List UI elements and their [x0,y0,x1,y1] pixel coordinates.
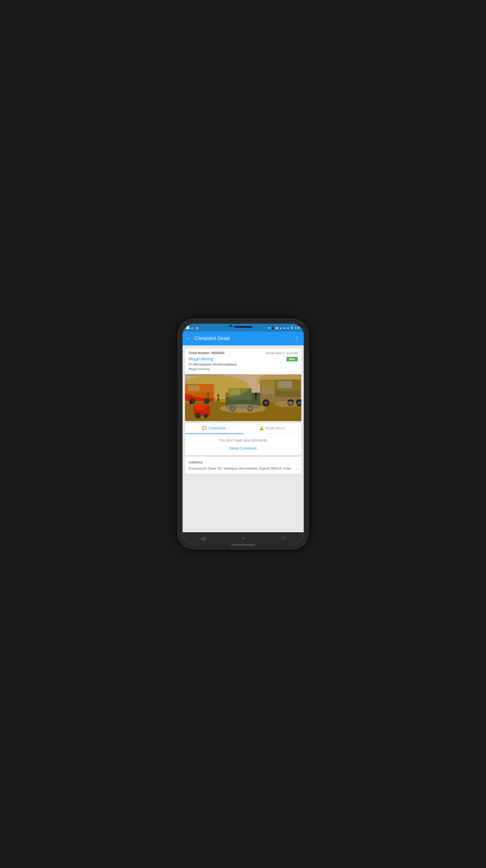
camera-dot [230,325,232,327]
address-card: Address Suryavanshi Tower Rd, Vastrapur,… [185,457,301,474]
phone-screen: 🅷 0 KB/s 🤖 ⊖ 📳 ⏰ ▲ ▲ ▲ 🔋 1:18 ← Compl [183,324,304,544]
status-bar: 🅷 0 KB/s 🤖 ⊖ 📳 ⏰ ▲ ▲ ▲ 🔋 1:18 [183,324,304,332]
app-icon-1: 🅷 [186,326,189,330]
svg-point-45 [274,401,298,407]
time-display: 1:18 [294,327,300,330]
complaint-image [185,374,301,421]
comments-icon: 💬 [202,426,207,430]
battery-icon: 🔋 [290,327,293,330]
data-indicator: 0 KB/s [190,326,194,330]
app-bar: ← Complaint Detail ⋮ [183,332,304,345]
back-button[interactable]: ← [186,336,192,342]
title-row: Illegal Mining New [189,356,298,361]
tab-notifications[interactable]: 🔔 Notifications [243,423,301,434]
vibrate-icon: 📳 [271,327,274,330]
content-area: Ticket Number: 20160325 09-Mar-2016 ⏱ 01… [183,345,304,532]
phone-device: 🅷 0 KB/s 🤖 ⊖ 📳 ⏰ ▲ ▲ ▲ 🔋 1:18 ← Compl [179,319,308,549]
complaint-card: Ticket Number: 20160325 09-Mar-2016 ⏱ 01… [185,348,301,421]
wifi-icon: ▲ [280,327,282,330]
svg-point-44 [220,404,266,413]
svg-point-40 [255,393,257,396]
svg-point-33 [203,413,208,418]
status-right: ⊖ 📳 ⏰ ▲ ▲ ▲ 🔋 1:18 [268,327,300,330]
tab-comments-label: Comments [208,426,226,430]
no-comments-text: You don't have any comments [189,438,298,442]
signal-icon-1: ▲ [283,327,286,330]
tabs-container: 💬 Comments 🔔 Notifications You don't hav… [185,423,301,455]
speaker [234,326,252,328]
svg-point-22 [297,401,301,405]
chevron-right-icon: › [296,466,298,471]
svg-point-32 [195,413,201,418]
tabs-row: 💬 Comments 🔔 Notifications [185,423,301,434]
address-row[interactable]: Suryavanshi Tower Rd, Vastrapur, Ahmedab… [189,466,298,471]
page-title: Complaint Detail [195,336,294,341]
ticket-row: Ticket Number: 20160325 09-Mar-2016 ⏱ 01… [189,351,298,355]
back-nav-button[interactable]: ◁ [201,535,204,541]
svg-point-42 [190,401,192,404]
svg-rect-31 [195,404,205,410]
block-icon: ⊖ [268,327,270,330]
description-text: Illegal minning [189,367,298,371]
tab-comments[interactable]: 💬 Comments [185,423,243,434]
card-header: Ticket Number: 20160325 09-Mar-2016 ⏱ 01… [185,348,301,374]
signal-icon-2: ▲ [287,327,290,330]
alarm-icon: ⏰ [276,327,279,330]
complaint-title: Illegal Mining [189,356,213,361]
recents-nav-button[interactable]: □ [282,535,285,541]
more-options-button[interactable]: ⋮ [294,335,300,342]
android-icon: 🤖 [195,326,199,330]
notifications-icon: 🔔 [259,426,264,430]
status-left: 🅷 0 KB/s 🤖 [186,326,199,330]
tab-content: You don't have any comments Send Comment [185,434,301,455]
address-label: Address [189,460,298,464]
address-text: Suryavanshi Tower Rd, Vastrapur, Ahmedab… [189,466,296,471]
nav-bar: ◁ ○ □ [183,532,304,544]
send-comment-button[interactable]: Send Comment [229,446,256,451]
ticket-number: Ticket Number: 20160325 [189,351,225,355]
svg-rect-43 [190,404,192,408]
svg-rect-41 [255,396,257,399]
home-indicator [231,544,255,546]
status-badge: New [287,357,298,361]
tab-notifications-label: Notifications [265,426,285,430]
home-nav-button[interactable]: ○ [242,535,245,541]
ticket-date: 09-Mar-2016 ⏱ 01:16 PM [266,352,297,355]
location-text: 07-Ahmadabad (98-Ahmadabad) [189,363,298,366]
svg-point-18 [264,401,268,405]
